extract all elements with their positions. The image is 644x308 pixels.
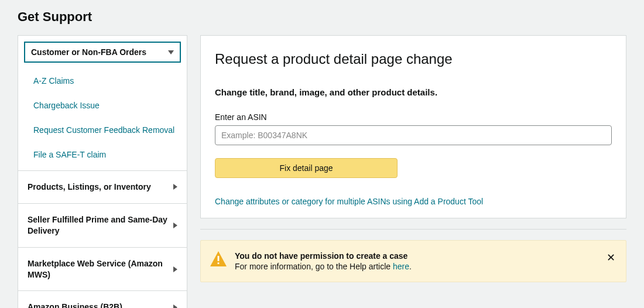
sidebar-category-label: Products, Listings, or Inventory [28,182,157,193]
asin-input[interactable] [215,125,612,145]
alert-text-suffix: . [409,262,412,271]
sidebar-category-label: Marketplace Web Service (Amazon MWS) [28,258,173,280]
svg-rect-1 [218,262,220,264]
sidebar-category-label: Amazon Business (B2B) [28,302,128,308]
alert-text-prefix: For more information, go to the Help art… [235,262,393,271]
chevron-right-icon [173,184,177,190]
sidebar-category-sfp[interactable]: Seller Fulfilled Prime and Same-Day Deli… [18,203,187,247]
page-title: Get Support [18,9,626,25]
help-article-link[interactable]: here [393,262,409,271]
sidebar-category-mws[interactable]: Marketplace Web Service (Amazon MWS) [18,247,187,291]
sidebar-link-feedback-removal[interactable]: Request Customer Feedback Removal [33,125,174,135]
sidebar-dropdown[interactable]: Customer or Non-FBA Orders [24,42,181,63]
sidebar-sub-item: Request Customer Feedback Removal [33,118,181,142]
alert-title: You do not have permission to create a c… [235,251,597,261]
chevron-right-icon [173,266,177,272]
sidebar-link-az-claims[interactable]: A-Z Claims [33,76,74,85]
alert-text: For more information, go to the Help art… [235,262,597,271]
sidebar-dropdown-label: Customer or Non-FBA Orders [31,47,146,57]
sidebar-sub-item: File a SAFE-T claim [33,142,181,167]
sidebar-link-chargeback[interactable]: Chargeback Issue [33,101,100,110]
alert-body: You do not have permission to create a c… [235,251,597,271]
divider [200,229,626,230]
bulk-change-link[interactable]: Change attributes or category for multip… [215,197,483,206]
sidebar-sub-item: A-Z Claims [33,69,181,93]
sidebar-category-products[interactable]: Products, Listings, or Inventory [18,170,187,203]
request-card: Request a product detail page change Cha… [200,35,626,218]
close-icon[interactable]: ✕ [605,251,616,264]
chevron-right-icon [173,304,177,308]
main-content: Request a product detail page change Cha… [200,35,626,282]
permission-alert: You do not have permission to create a c… [200,240,626,282]
asin-label: Enter an ASIN [215,112,612,122]
svg-rect-0 [218,256,220,261]
sidebar-category-label: Seller Fulfilled Prime and Same-Day Deli… [28,214,173,237]
fix-detail-page-button[interactable]: Fix detail page [215,158,398,178]
card-subheading: Change title, brand, image, and other pr… [215,87,612,97]
page-header: Get Support [0,0,644,30]
warning-icon [210,251,227,266]
sidebar-category-b2b[interactable]: Amazon Business (B2B) [18,290,187,308]
sidebar: Customer or Non-FBA Orders A-Z Claims Ch… [18,35,187,308]
sidebar-link-safet-claim[interactable]: File a SAFE-T claim [33,150,106,159]
card-heading: Request a product detail page change [215,51,612,67]
sidebar-sub-item: Chargeback Issue [33,93,181,118]
caret-down-icon [168,50,174,54]
chevron-right-icon [173,223,177,228]
sidebar-sub-list: A-Z Claims Chargeback Issue Request Cust… [18,69,187,170]
